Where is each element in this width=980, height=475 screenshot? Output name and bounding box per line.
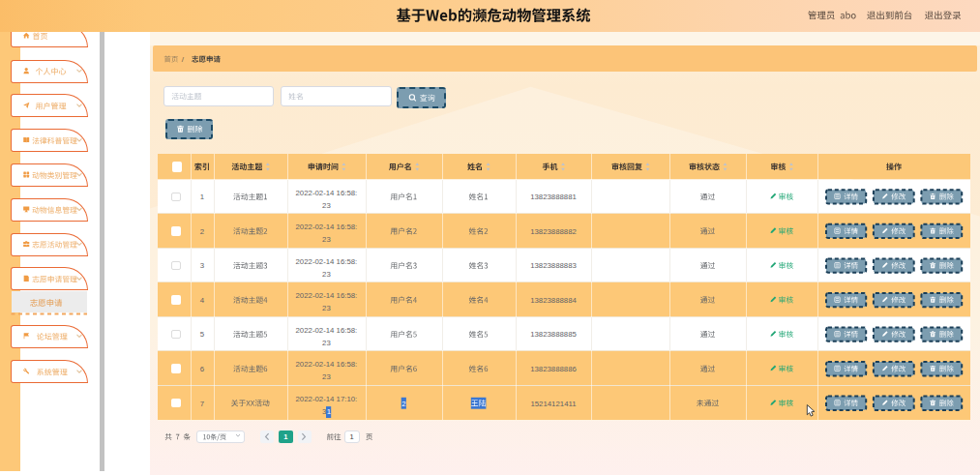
svg-text:7: 7	[200, 400, 204, 408]
svg-text:23: 23	[322, 235, 331, 244]
svg-text:1: 1	[200, 193, 204, 201]
svg-text:15214121411: 15214121411	[530, 400, 576, 408]
svg-text:2022-02-14 16:58:: 2022-02-14 16:58:	[296, 257, 358, 266]
svg-text:23: 23	[322, 372, 331, 381]
svg-text:2022-02-14 16:58:: 2022-02-14 16:58:	[296, 223, 358, 231]
svg-text:6: 6	[200, 365, 204, 373]
svg-text:3: 3	[200, 261, 204, 270]
svg-text:4: 4	[200, 296, 205, 305]
svg-text:13823888884: 13823888884	[530, 296, 577, 305]
svg-text:/: /	[182, 55, 185, 64]
svg-text:13823888885: 13823888885	[530, 330, 577, 339]
svg-text:13823888886: 13823888886	[530, 365, 577, 373]
svg-text:2022-02-14 16:58:: 2022-02-14 16:58:	[296, 360, 358, 369]
svg-text:1: 1	[350, 432, 354, 441]
svg-text:5: 5	[200, 330, 205, 339]
svg-text:23: 23	[322, 270, 331, 279]
svg-text:2022-02-14 16:58:: 2022-02-14 16:58:	[296, 189, 358, 197]
svg-text:2022-02-14 16:58:: 2022-02-14 16:58:	[296, 291, 358, 300]
svg-text:13823888882: 13823888882	[530, 227, 577, 236]
svg-text:23: 23	[322, 201, 331, 210]
svg-text:13823888883: 13823888883	[530, 261, 577, 270]
svg-text:2: 2	[401, 400, 405, 408]
svg-text:2: 2	[200, 227, 204, 236]
svg-text:23: 23	[322, 304, 331, 312]
svg-text:2022-02-14 17:10:: 2022-02-14 17:10:	[296, 395, 358, 403]
svg-text:13823888881: 13823888881	[530, 193, 577, 201]
svg-text:1: 1	[283, 432, 287, 441]
svg-text:23: 23	[322, 339, 331, 347]
svg-text:2022-02-14 16:58:: 2022-02-14 16:58:	[296, 326, 358, 335]
svg-text:1: 1	[327, 407, 331, 416]
